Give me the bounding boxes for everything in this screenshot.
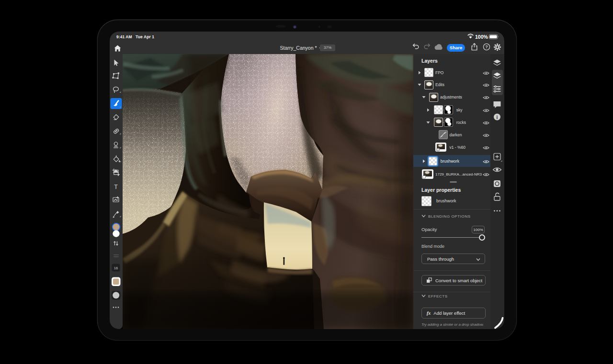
- svg-text:?: ?: [485, 44, 488, 49]
- svg-text:16: 16: [114, 266, 118, 270]
- svg-text:T: T: [114, 184, 118, 190]
- svg-text:i: i: [497, 115, 498, 120]
- svg-text:100%: 100%: [475, 34, 488, 40]
